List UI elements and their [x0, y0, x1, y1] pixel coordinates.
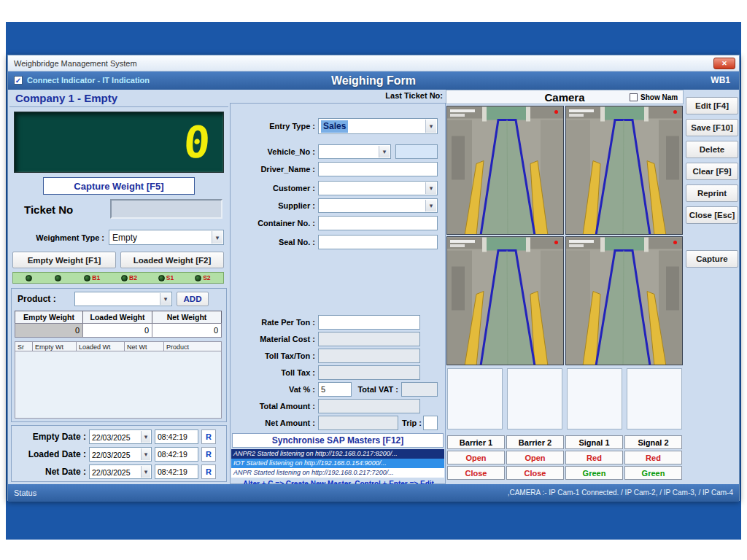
- toll-tax-ton-input[interactable]: [318, 349, 420, 363]
- net-date-input[interactable]: 22/03/2025 ▾: [89, 464, 152, 479]
- show-name-checkbox[interactable]: [630, 93, 638, 101]
- weight-value: 0: [182, 117, 212, 168]
- supplier-select[interactable]: ▾: [318, 198, 438, 213]
- camera-feed-3[interactable]: [446, 236, 564, 365]
- empty-date-input[interactable]: 22/03/2025 ▾: [89, 429, 152, 444]
- indicator-toggle-s1[interactable]: S1: [158, 274, 174, 281]
- dropdown-arrow-icon[interactable]: ▾: [379, 146, 390, 158]
- toggle-knob-icon: [26, 275, 32, 281]
- grid-header-sr[interactable]: Sr: [15, 342, 33, 351]
- empty-time-input[interactable]: 08:42:19: [155, 429, 198, 444]
- calendar-dropdown-icon[interactable]: ▾: [141, 448, 150, 460]
- loaded-date-value: 22/03/2025: [90, 451, 133, 459]
- total-vat-input[interactable]: [401, 382, 438, 397]
- product-label: Product :: [18, 292, 70, 306]
- indicator-toggle-b2[interactable]: B2: [121, 274, 137, 281]
- seal-no-input[interactable]: [318, 235, 438, 249]
- net-amount-input[interactable]: [318, 416, 398, 430]
- snapshot-slot-1: [447, 368, 503, 429]
- calendar-dropdown-icon[interactable]: ▾: [141, 466, 150, 478]
- toll-tax-input[interactable]: [318, 365, 420, 380]
- summary-header-net: Net Weight: [152, 311, 222, 324]
- dropdown-arrow-icon[interactable]: ▾: [425, 182, 436, 194]
- window-titlebar[interactable]: Weighbridge Management System ✕: [8, 55, 739, 71]
- save-button[interactable]: Save [F10]: [686, 119, 738, 136]
- company-label: Company 1 - Empty: [9, 90, 228, 107]
- container-no-input[interactable]: [318, 216, 438, 230]
- product-select[interactable]: ▾: [74, 292, 172, 306]
- capture-weight-button[interactable]: Capture Weight [F5]: [43, 177, 195, 195]
- check-icon: ✓: [15, 77, 21, 85]
- camera-feed-1[interactable]: [446, 106, 564, 235]
- empty-date-reset-button[interactable]: R: [201, 429, 216, 444]
- net-time-input[interactable]: 08:42:19: [155, 464, 198, 479]
- edit-button[interactable]: Edit [F4]: [686, 97, 738, 114]
- signal2-green-button[interactable]: Green: [624, 466, 682, 480]
- signal1-red-button[interactable]: Red: [565, 451, 623, 464]
- signal1-green-button[interactable]: Green: [565, 466, 623, 480]
- indicator-toggle-b1[interactable]: B1: [84, 274, 100, 281]
- camera-scene: [566, 106, 683, 235]
- camera-feed-2[interactable]: [565, 106, 683, 235]
- toggle-knob-icon: [158, 275, 165, 281]
- toggle-knob-icon: [195, 275, 201, 281]
- supplier-label: Supplier :: [233, 198, 315, 213]
- indicator-toggle-s2[interactable]: S2: [195, 274, 210, 281]
- vat-input[interactable]: 5: [318, 382, 352, 397]
- grid-header-loaded-wt[interactable]: Loaded Wt: [77, 342, 125, 351]
- loaded-date-input[interactable]: 22/03/2025 ▾: [89, 447, 152, 462]
- reprint-button[interactable]: Reprint: [686, 184, 738, 202]
- barrier2-open-button[interactable]: Open: [506, 451, 564, 464]
- weighment-grid-body[interactable]: [15, 351, 222, 419]
- close-form-button[interactable]: Close [Esc]: [686, 206, 738, 224]
- window-title: Weighbridge Management System: [14, 55, 137, 71]
- driver-name-input[interactable]: [318, 162, 438, 176]
- loaded-date-reset-button[interactable]: R: [201, 447, 216, 462]
- calendar-dropdown-icon[interactable]: ▾: [141, 431, 150, 443]
- rate-per-ton-input[interactable]: [318, 315, 420, 330]
- barrier1-open-button[interactable]: Open: [447, 451, 505, 464]
- entry-type-label: Entry Type :: [233, 119, 315, 133]
- camera-timestamp-overlay: [450, 244, 465, 247]
- window-close-button[interactable]: ✕: [713, 58, 735, 69]
- empty-weight-button[interactable]: Empty Weight [F1]: [12, 252, 116, 268]
- material-cost-input[interactable]: [318, 332, 420, 346]
- dropdown-arrow-icon[interactable]: ▾: [160, 293, 171, 305]
- delete-button[interactable]: Delete: [686, 141, 738, 158]
- capture-button[interactable]: Capture: [686, 250, 738, 268]
- total-amount-input[interactable]: [318, 399, 420, 413]
- vehicle-no-aux-field[interactable]: [395, 144, 438, 159]
- dropdown-arrow-icon[interactable]: ▾: [425, 120, 436, 133]
- indicator-toggle[interactable]: [26, 275, 34, 281]
- ticket-no-input[interactable]: [110, 199, 222, 219]
- entry-type-select[interactable]: Sales ▾: [318, 118, 438, 134]
- toggle-knob-icon: [84, 275, 90, 281]
- grid-header-net-wt[interactable]: Net Wt: [125, 342, 164, 351]
- weighment-type-select[interactable]: Empty ▾: [109, 230, 224, 245]
- dropdown-arrow-icon[interactable]: ▾: [425, 200, 436, 211]
- signal1-header: Signal 1: [565, 435, 623, 449]
- loaded-weight-button[interactable]: Loaded Weight [F2]: [120, 252, 224, 268]
- customer-select[interactable]: ▾: [318, 181, 438, 195]
- toll-tax-label: Toll Tax :: [233, 365, 315, 380]
- camera-timestamp-overlay: [569, 240, 594, 243]
- trip-input[interactable]: [423, 416, 438, 430]
- camera-scene: [447, 237, 564, 365]
- add-product-button[interactable]: ADD: [177, 292, 209, 306]
- barrier1-close-button[interactable]: Close: [447, 466, 505, 480]
- dropdown-arrow-icon[interactable]: ▾: [212, 231, 222, 244]
- sync-sap-button[interactable]: Synchronise SAP Masters [F12]: [232, 433, 444, 448]
- summary-value-empty: 0: [15, 323, 83, 338]
- camera-feed-4[interactable]: [565, 236, 683, 365]
- barrier2-close-button[interactable]: Close: [506, 466, 564, 480]
- net-date-reset-button[interactable]: R: [201, 464, 216, 479]
- indicator-toggle[interactable]: [55, 275, 63, 281]
- grid-header-empty-wt[interactable]: Empty Wt: [33, 342, 77, 351]
- signal2-red-button[interactable]: Red: [624, 451, 682, 464]
- vehicle-no-select[interactable]: ▾: [318, 144, 391, 159]
- log-line: ANPR Started listening on http://192.168…: [231, 468, 444, 478]
- grid-header-product[interactable]: Product: [164, 342, 221, 351]
- loaded-time-input[interactable]: 08:42:19: [155, 447, 198, 462]
- connect-indicator-checkbox[interactable]: ✓: [14, 76, 23, 85]
- clear-button[interactable]: Clear [F9]: [686, 163, 738, 180]
